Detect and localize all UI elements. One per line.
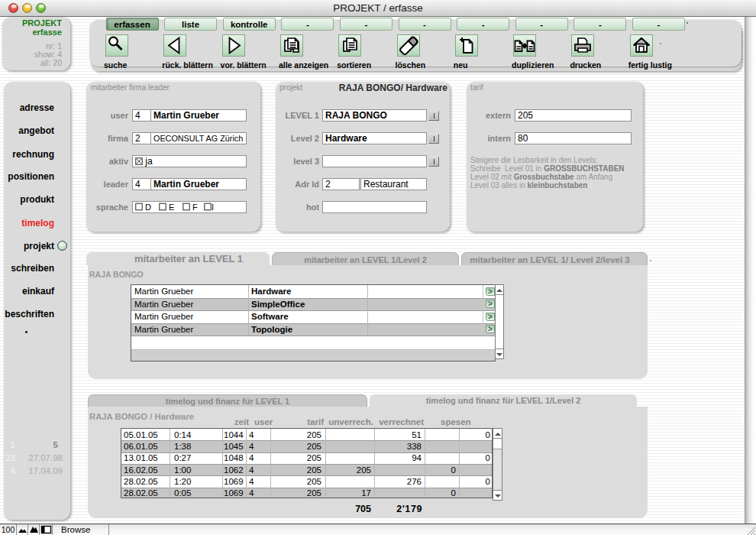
svg-text:F: F: [192, 203, 198, 212]
svg-text:D: D: [145, 203, 151, 212]
svg-text:I: I: [212, 203, 214, 212]
svg-text:E: E: [169, 203, 174, 212]
